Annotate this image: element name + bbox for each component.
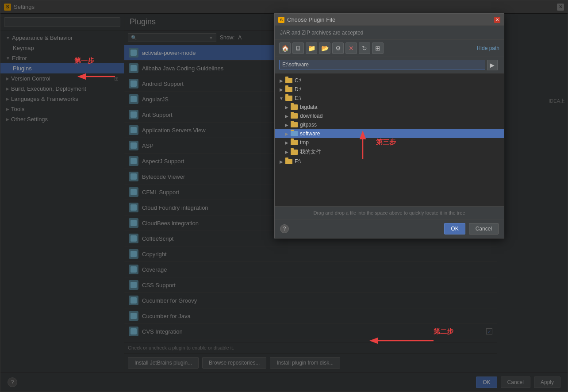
folder-icon — [291, 140, 298, 145]
tree-arrow-icon: ▼ — [278, 95, 284, 101]
folder-icon — [285, 96, 292, 101]
folder-icon — [285, 87, 292, 92]
dialog-path-bar: ▶ — [275, 57, 504, 73]
dialog-hint-text: Drag and drop a file into the space abov… — [275, 206, 504, 219]
choose-plugin-dialog: S Choose Plugin File ✕ JAR and ZIP archi… — [274, 13, 504, 238]
tree-item-software[interactable]: ▶ software — [275, 129, 504, 138]
tree-arrow-icon: ▶ — [278, 158, 284, 165]
dialog-subtitle: JAR and ZIP archives are accepted — [275, 26, 504, 40]
folder-icon — [291, 150, 298, 155]
tree-arrow-icon: ▶ — [278, 77, 284, 84]
settings-folder-button[interactable]: ⚙ — [332, 42, 344, 54]
tree-arrow-icon: ▶ — [284, 131, 290, 137]
tree-item-gitpass[interactable]: ▶ gitpass — [275, 120, 504, 129]
tree-arrow-icon: ▶ — [284, 139, 290, 146]
dialog-footer: ? OK Cancel — [275, 219, 504, 238]
tree-label: 我的文件 — [300, 148, 321, 156]
tree-label: F:\ — [295, 158, 301, 165]
home-button[interactable]: 🏠 — [279, 42, 291, 54]
dialog-ok-button[interactable]: OK — [444, 223, 465, 234]
desktop-button[interactable]: 🖥 — [292, 42, 304, 54]
tree-label: D:\ — [295, 86, 301, 92]
tree-label: gitpass — [300, 122, 317, 128]
dialog-close-button[interactable]: ✕ — [494, 17, 500, 23]
tree-item-bigdata[interactable]: ▶ bigdata — [275, 103, 504, 111]
path-input[interactable] — [279, 60, 485, 69]
folder-icon — [285, 78, 292, 83]
folder-button[interactable]: 📁 — [306, 42, 317, 54]
folder-icon — [291, 122, 298, 127]
tree-item-e[interactable]: ▼ E:\ — [275, 94, 504, 103]
dialog-help-button[interactable]: ? — [280, 224, 289, 233]
hide-path-link[interactable]: Hide path — [477, 45, 499, 51]
tree-item-myfiles[interactable]: ▶ 我的文件 — [275, 147, 504, 157]
tree-item-f[interactable]: ▶ F:\ — [275, 157, 504, 166]
delete-button[interactable]: ✕ — [345, 42, 357, 54]
tree-label: E:\ — [295, 95, 301, 101]
tree-label: C:\ — [295, 77, 301, 84]
tree-item-download[interactable]: ▶ download — [275, 111, 504, 120]
dialog-overlay: S Choose Plugin File ✕ JAR and ZIP archi… — [0, 0, 568, 392]
tree-arrow-icon: ▶ — [278, 86, 284, 92]
tree-label: tmp — [300, 139, 309, 146]
folder-icon — [291, 104, 298, 110]
tree-item-tmp[interactable]: ▶ tmp — [275, 138, 504, 147]
folder-icon — [291, 131, 298, 136]
dialog-cancel-button[interactable]: Cancel — [469, 223, 499, 234]
view-button[interactable]: ⊞ — [372, 42, 384, 54]
dialog-titlebar: S Choose Plugin File ✕ — [275, 14, 504, 26]
tree-arrow-icon: ▶ — [284, 104, 290, 110]
tree-arrow-icon: ▶ — [284, 122, 290, 128]
dialog-icon: S — [278, 17, 284, 23]
path-go-button[interactable]: ▶ — [487, 60, 498, 70]
folder-icon — [291, 113, 298, 119]
tree-label: download — [300, 113, 322, 119]
tree-arrow-icon: ▶ — [284, 113, 290, 119]
new-folder-button[interactable]: 📂 — [319, 42, 330, 54]
tree-item-c[interactable]: ▶ C:\ — [275, 76, 504, 85]
tree-arrow-icon: ▶ — [284, 149, 290, 155]
file-tree: ▶ C:\ ▶ D:\ ▼ E:\ ▶ bigdata ▶ — [275, 73, 504, 206]
tree-label: bigdata — [300, 104, 317, 110]
dialog-toolbar: 🏠 🖥 📁 📂 ⚙ ✕ ↻ ⊞ Hide path — [275, 40, 504, 57]
tree-item-d[interactable]: ▶ D:\ — [275, 85, 504, 94]
folder-icon — [285, 159, 292, 164]
tree-label: software — [300, 131, 320, 137]
dialog-title: Choose Plugin File — [287, 16, 494, 23]
refresh-button[interactable]: ↻ — [359, 42, 370, 54]
